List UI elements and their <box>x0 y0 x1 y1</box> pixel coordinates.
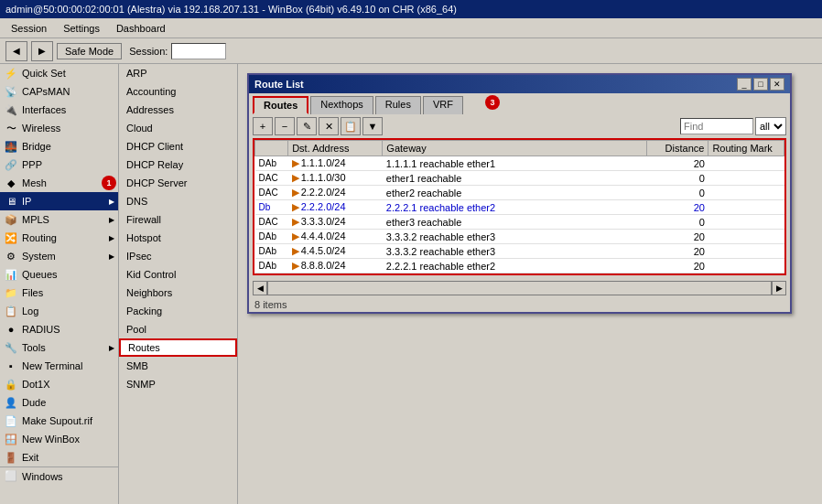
menu-dashboard[interactable]: Dashboard <box>109 21 173 36</box>
submenu-item-dns[interactable]: DNS <box>119 192 237 210</box>
submenu-item-kid-control[interactable]: Kid Control <box>119 265 237 284</box>
sidebar-item-ip[interactable]: 🖥 IP ▶ <box>0 192 118 210</box>
sidebar-label-new-winbox: New WinBox <box>22 434 80 445</box>
filter-button[interactable]: ▼ <box>362 117 383 135</box>
forward-button[interactable]: ▶ <box>31 41 53 61</box>
submenu-label-kid-control: Kid Control <box>126 269 176 280</box>
table-row[interactable]: DAC ▶3.3.3.0/24 ether3 reachable 0 <box>255 215 784 230</box>
sidebar-item-interfaces[interactable]: 🔌 Interfaces <box>0 101 118 119</box>
table-row[interactable]: Db ▶2.2.2.0/24 2.2.2.1 reachable ether2 … <box>255 200 784 215</box>
sidebar-item-dot1x[interactable]: 🔒 Dot1X <box>0 375 118 393</box>
sidebar-item-radius[interactable]: ● RADIUS <box>0 320 118 338</box>
sidebar-item-queues[interactable]: 📊 Queues <box>0 265 118 284</box>
submenu-item-cloud[interactable]: Cloud <box>119 119 237 137</box>
submenu-item-dhcp-client[interactable]: DHCP Client <box>119 137 237 155</box>
sidebar-item-wireless[interactable]: 〜 Wireless <box>0 119 118 137</box>
tab-nexthops[interactable]: Nexthops <box>310 96 373 114</box>
mesh-icon: ◆ <box>4 176 18 190</box>
sidebar-label-tools: Tools <box>22 342 46 353</box>
horizontal-scrollbar[interactable] <box>267 281 772 295</box>
sidebar-item-new-winbox[interactable]: 🪟 New WinBox <box>0 430 118 448</box>
sidebar-item-quick-set[interactable]: ⚡ Quick Set <box>0 64 118 82</box>
tab-vrf[interactable]: VRF <box>423 96 463 114</box>
table-row[interactable]: DAb ▶8.8.8.0/24 2.2.2.1 reachable ether2… <box>255 259 784 273</box>
sidebar-item-exit[interactable]: 🚪 Exit <box>0 448 118 466</box>
session-input[interactable] <box>171 43 226 59</box>
col-header-dst[interactable]: Dst. Address <box>288 141 383 156</box>
scroll-right-button[interactable]: ▶ <box>772 281 786 295</box>
col-header-gateway[interactable]: Gateway <box>383 141 647 156</box>
sidebar-label-mesh: Mesh <box>22 177 47 188</box>
safe-mode-button[interactable]: Safe Mode <box>57 43 122 59</box>
sidebar-item-bridge[interactable]: 🌉 Bridge <box>0 137 118 155</box>
submenu-item-addresses[interactable]: Addresses <box>119 101 237 119</box>
tab-rules[interactable]: Rules <box>375 96 421 114</box>
sidebar-item-new-terminal[interactable]: ▪ New Terminal <box>0 357 118 375</box>
submenu-label-smb: SMB <box>126 360 148 371</box>
route-type-cell: Db <box>255 200 288 215</box>
paste-button[interactable]: 📋 <box>341 117 361 135</box>
sidebar-item-files[interactable]: 📁 Files <box>0 284 118 302</box>
route-mark-cell <box>708 259 784 273</box>
sidebar-item-ppp[interactable]: 🔗 PPP <box>0 155 118 174</box>
submenu-item-pool[interactable]: Pool <box>119 320 237 338</box>
sidebar-item-mesh[interactable]: ◆ Mesh 1 <box>0 174 118 192</box>
submenu-item-ipsec[interactable]: IPsec <box>119 247 237 265</box>
menu-bar: Session Settings Dashboard <box>0 18 822 38</box>
sidebar-item-system[interactable]: ⚙ System <box>0 247 118 265</box>
submenu-item-packing[interactable]: Packing <box>119 302 237 320</box>
tab-badge: 3 <box>485 95 500 110</box>
add-button[interactable]: + <box>253 117 273 135</box>
close-button[interactable]: ✕ <box>770 78 784 91</box>
menu-settings[interactable]: Settings <box>56 21 107 36</box>
submenu-item-arp[interactable]: ARP <box>119 64 237 82</box>
sidebar-item-windows[interactable]: ⬜ Windows <box>0 466 118 485</box>
route-table-wrapper: Dst. Address Gateway Distance Routing Ma… <box>253 138 786 275</box>
submenu-item-neighbors[interactable]: Neighbors <box>119 284 237 302</box>
submenu-item-snmp[interactable]: SNMP <box>119 375 237 393</box>
tab-routes[interactable]: Routes <box>253 96 308 114</box>
back-button[interactable]: ◀ <box>5 41 27 61</box>
sidebar-item-mpls[interactable]: 📦 MPLS <box>0 210 118 229</box>
sidebar-item-log[interactable]: 📋 Log <box>0 302 118 320</box>
table-row[interactable]: DAb ▶4.4.4.0/24 3.3.3.2 reachable ether3… <box>255 230 784 244</box>
sidebar-label-queues: Queues <box>22 269 58 280</box>
table-row[interactable]: DAb ▶4.4.5.0/24 3.3.3.2 reachable ether3… <box>255 244 784 259</box>
table-row[interactable]: DAC ▶2.2.2.0/24 ether2 reachable 0 <box>255 186 784 200</box>
submenu-label-neighbors: Neighbors <box>126 287 172 298</box>
route-dst-cell: ▶8.8.8.0/24 <box>288 259 383 273</box>
route-type-cell: DAb <box>255 230 288 244</box>
submenu-item-smb[interactable]: SMB <box>119 357 237 375</box>
scroll-left-button[interactable]: ◀ <box>253 281 267 295</box>
sidebar-item-routing[interactable]: 🔀 Routing <box>0 229 118 247</box>
route-type-cell: DAb <box>255 156 288 171</box>
col-header-distance[interactable]: Distance <box>647 141 708 156</box>
submenu-item-accounting[interactable]: Accounting <box>119 82 237 101</box>
submenu-item-routes[interactable]: Routes <box>119 338 237 357</box>
route-distance-cell: 0 <box>647 186 708 200</box>
find-select[interactable]: all <box>755 117 786 135</box>
submenu-item-firewall[interactable]: Firewall <box>119 210 237 229</box>
route-count: 8 items <box>254 299 287 310</box>
menu-session[interactable]: Session <box>4 21 54 36</box>
maximize-button[interactable]: □ <box>753 78 768 91</box>
sidebar-item-dude[interactable]: 👤 Dude <box>0 393 118 412</box>
col-header-type[interactable] <box>255 141 288 156</box>
table-row[interactable]: DAC ▶1.1.1.0/30 ether1 reachable 0 <box>255 171 784 186</box>
remove-button[interactable]: − <box>275 117 295 135</box>
find-input[interactable] <box>680 118 753 134</box>
table-row[interactable]: DAb ▶1.1.1.0/24 1.1.1.1 reachable ether1… <box>255 156 784 171</box>
col-header-routing-mark[interactable]: Routing Mark <box>708 141 784 156</box>
sidebar-item-make-supout[interactable]: 📄 Make Supout.rif <box>0 412 118 430</box>
route-type-cell: DAC <box>255 171 288 186</box>
sidebar-item-capsman[interactable]: 📡 CAPsMAN <box>0 82 118 101</box>
copy-button[interactable]: ✕ <box>319 117 339 135</box>
edit-button[interactable]: ✎ <box>297 117 317 135</box>
submenu-item-dhcp-relay[interactable]: DHCP Relay <box>119 155 237 174</box>
sidebar-label-new-terminal: New Terminal <box>22 360 82 371</box>
submenu-item-hotspot[interactable]: Hotspot <box>119 229 237 247</box>
ip-submenu: ARP Accounting Addresses Cloud DHCP Clie… <box>119 64 238 504</box>
minimize-button[interactable]: _ <box>737 78 752 91</box>
sidebar-item-tools[interactable]: 🔧 Tools <box>0 338 118 357</box>
submenu-item-dhcp-server[interactable]: DHCP Server <box>119 174 237 192</box>
